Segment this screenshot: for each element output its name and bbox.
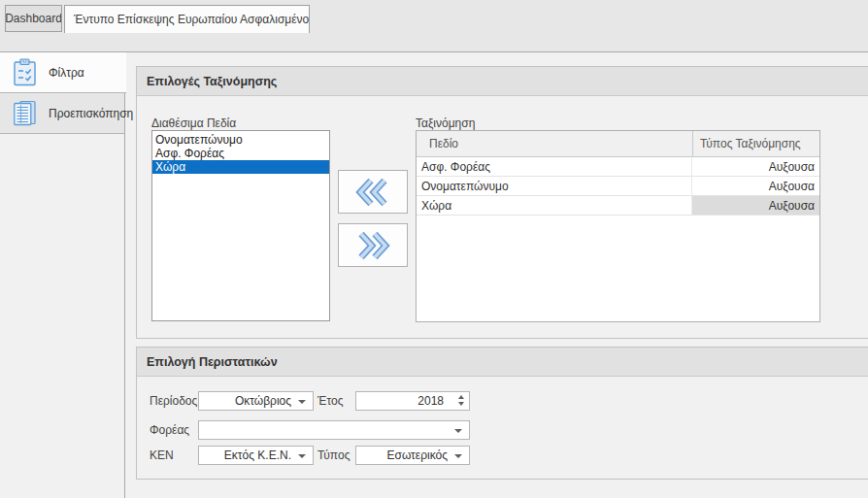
column-header-sort-type[interactable]: Τύπος Ταξινόμησης [692, 131, 819, 156]
tab-active-label: Έντυπο Επίσκεψης Ευρωπαίου Ασφαλισμένου [74, 13, 310, 26]
table-row[interactable]: Χώρα Αυξουσα [417, 196, 819, 216]
carrier-label: Φορέας [150, 420, 189, 440]
type-value: Εσωτερικός [386, 448, 448, 462]
ken-dropdown[interactable]: Εκτός Κ.Ε.Ν. [198, 446, 314, 465]
cell-sort-type[interactable]: Αυξουσα [692, 177, 819, 195]
available-fields-listbox[interactable]: Ονοματεπώνυμο Ασφ. Φορέας Χώρα [151, 130, 330, 321]
period-dropdown[interactable]: Οκτώβριος [198, 391, 314, 411]
move-to-sort-button[interactable] [338, 170, 408, 214]
cell-field[interactable]: Χώρα [417, 196, 692, 215]
report-preview-icon [12, 99, 38, 127]
table-row[interactable]: Ασφ. Φορέας Αυξουσα [417, 157, 819, 177]
column-header-field[interactable]: Πεδίο [417, 131, 692, 156]
carrier-dropdown[interactable] [198, 420, 470, 440]
sidebar-item-label: Φίλτρα [49, 66, 84, 80]
double-chevron-right-icon [355, 231, 390, 260]
sort-table: Πεδίο Τύπος Ταξινόμησης Ασφ. Φορέας Αυξο… [416, 130, 820, 322]
period-value: Οκτώβριος [235, 394, 291, 408]
cell-field[interactable]: Ασφ. Φορέας [417, 157, 692, 176]
ken-value: Εκτός Κ.Ε.Ν. [224, 448, 291, 462]
list-item[interactable]: Ασφ. Φορέας [152, 147, 329, 160]
tab-dashboard-label: Dashboard [5, 12, 62, 25]
list-item-selected[interactable]: Χώρα [152, 160, 329, 174]
sorting-group-title: Επιλογές Ταξινόμησης [147, 75, 277, 88]
tab-active-document[interactable]: Έντυπο Επίσκεψης Ευρωπαίου Ασφαλισμένου … [64, 5, 310, 33]
cell-sort-type-highlighted[interactable]: Αυξουσα [692, 196, 819, 215]
chevron-down-icon [298, 454, 306, 458]
incidents-group-title: Επιλογή Περιστατικών [147, 355, 278, 369]
cell-field[interactable]: Ονοματεπώνυμο [417, 177, 692, 195]
double-chevron-left-icon [355, 178, 390, 207]
spinner-down-icon[interactable] [458, 402, 464, 406]
type-dropdown[interactable]: Εσωτερικός [355, 446, 470, 465]
sort-table-header: Πεδίο Τύπος Ταξινόμησης [417, 131, 819, 157]
cell-sort-type[interactable]: Αυξουσα [692, 157, 819, 176]
list-item[interactable]: Ονοματεπώνυμο [152, 133, 329, 147]
incidents-group-header: Επιλογή Περιστατικών [137, 348, 868, 377]
incident-selection-group: Επιλογή Περιστατικών Περίοδος Οκτώβριος … [136, 347, 868, 480]
tab-dashboard[interactable]: Dashboard [5, 5, 62, 32]
spinner-buttons [458, 395, 464, 406]
year-value: 2018 [417, 394, 444, 408]
ken-label: ΚΕΝ [150, 446, 174, 465]
chevron-down-icon [454, 454, 462, 458]
sorting-options-group: Επιλογές Ταξινόμησης Διαθέσιμα Πεδία Ονο… [136, 66, 868, 339]
sidebar: Φίλτρα Προεπισκόπηση [0, 52, 125, 498]
year-spinner[interactable]: 2018 [355, 391, 470, 411]
sidebar-item-label: Προεπισκόπηση [49, 107, 133, 120]
chevron-down-icon [298, 400, 306, 404]
period-label: Περίοδος [150, 391, 197, 411]
sidebar-item-filters[interactable]: Φίλτρα [0, 52, 126, 93]
sorting-group-header: Επιλογές Ταξινόμησης [137, 67, 868, 96]
type-label: Τύπος [317, 446, 350, 465]
spinner-up-icon[interactable] [458, 395, 464, 399]
table-row[interactable]: Ονοματεπώνυμο Αυξουσα [417, 177, 819, 196]
chevron-down-icon [454, 429, 462, 433]
move-to-available-button[interactable] [338, 223, 408, 267]
sidebar-item-preview[interactable]: Προεπισκόπηση [0, 93, 124, 134]
year-label: Έτος [317, 391, 343, 411]
tab-strip: Dashboard Έντυπο Επίσκεψης Ευρωπαίου Ασφ… [0, 0, 868, 52]
clipboard-check-icon [12, 58, 38, 86]
